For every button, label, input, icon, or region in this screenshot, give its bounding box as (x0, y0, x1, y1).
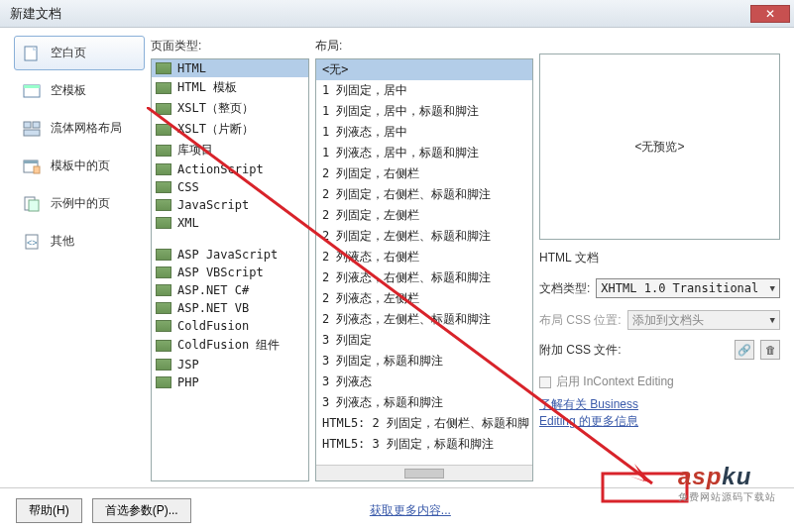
chevron-down-icon: ▼ (770, 283, 775, 293)
pagetype-item[interactable]: ASP JavaScript (152, 246, 308, 264)
file-icon (156, 340, 171, 352)
layout-item[interactable]: 2 列液态，左侧栏 (316, 288, 532, 309)
pagetype-item[interactable]: ColdFusion (152, 317, 308, 335)
layout-item[interactable]: 2 列液态，左侧栏、标题和脚注 (316, 309, 532, 330)
layout-item[interactable]: 3 列固定 (316, 330, 532, 351)
svg-rect-4 (33, 122, 40, 128)
layout-item[interactable]: 3 列液态 (316, 372, 532, 392)
sidebar-item-page-from-sample[interactable]: 示例中的页 (14, 186, 145, 221)
layout-header: 布局: (315, 36, 533, 58)
pagetype-item[interactable]: PHP (152, 373, 308, 391)
svg-rect-8 (34, 166, 40, 173)
file-icon (156, 249, 171, 261)
layout-item[interactable]: 2 列液态，右侧栏 (316, 247, 532, 267)
preview-description: HTML 文档 (539, 250, 780, 266)
file-icon (156, 266, 171, 278)
layout-item[interactable]: 1 列液态，居中，标题和脚注 (316, 143, 532, 163)
fluid-grid-icon (23, 121, 41, 137)
layout-item[interactable]: 2 列固定，右侧栏 (316, 163, 532, 184)
csspos-dropdown: 添加到文档头 ▼ (627, 310, 780, 330)
page-from-template-icon (23, 159, 41, 174)
sidebar-item-page-from-template[interactable]: 模板中的页 (14, 149, 145, 183)
blank-page-icon (23, 46, 41, 61)
file-icon (156, 62, 171, 74)
svg-rect-7 (24, 160, 38, 163)
file-icon (156, 284, 171, 296)
svg-rect-3 (24, 122, 31, 128)
attach-css-link-button[interactable]: 🔗 (735, 340, 754, 360)
attach-css-remove-button[interactable]: 🗑 (760, 340, 780, 360)
incontext-label: 启用 InContext Editing (556, 373, 674, 390)
file-icon (156, 302, 171, 314)
pagetype-item[interactable]: ASP.NET VB (152, 299, 308, 317)
sidebar-item-label: 空模板 (51, 82, 86, 99)
pagetype-item[interactable]: HTML (152, 59, 308, 77)
link-icon: 🔗 (737, 344, 751, 357)
pagetype-item[interactable]: ColdFusion 组件 (152, 335, 308, 356)
doctype-dropdown[interactable]: XHTML 1.0 Transitional ▼ (596, 278, 780, 298)
layout-item[interactable]: HTML5: 3 列固定，标题和脚注 (316, 434, 532, 455)
pagetype-item[interactable]: HTML 模板 (152, 77, 308, 98)
pagetype-item[interactable]: JSP (152, 356, 308, 373)
blank-template-icon (23, 83, 41, 99)
pagetype-item[interactable]: ActionScript (152, 160, 308, 178)
doctype-label: 文档类型: (539, 280, 590, 297)
file-icon (156, 359, 171, 371)
layout-listbox[interactable]: <无> 1 列固定，居中 1 列固定，居中，标题和脚注 1 列液态，居中 1 列… (315, 58, 533, 481)
incontext-row: 启用 InContext Editing (539, 373, 780, 390)
incontext-link[interactable]: 了解有关 Business Editing 的更多信息 (539, 396, 780, 430)
file-icon (156, 124, 171, 136)
svg-text:<>: <> (27, 238, 38, 248)
window-title: 新建文档 (10, 5, 61, 23)
pagetype-column: 页面类型: HTML HTML 模板 XSLT（整页） XSLT（片断） 库项目… (151, 36, 309, 481)
more-content-link[interactable]: 获取更多内容... (370, 502, 451, 519)
horizontal-scrollbar[interactable] (316, 465, 532, 480)
prefs-button[interactable]: 首选参数(P)... (92, 498, 191, 523)
layout-item[interactable]: 2 列固定，左侧栏、标题和脚注 (316, 226, 532, 247)
pagetype-item[interactable]: ASP.NET C# (152, 281, 308, 299)
pagetype-item[interactable]: CSS (152, 178, 308, 196)
preview-placeholder: <无预览> (634, 139, 684, 156)
file-icon (156, 145, 171, 157)
sidebar-item-label: 示例中的页 (51, 195, 110, 212)
layout-item[interactable]: <无> (316, 59, 532, 80)
file-icon (156, 199, 171, 211)
watermark: aspku 免费网站源码下载站 (678, 463, 776, 504)
main-area: 空白页 空模板 流体网格布局 模板中的页 示例中的页 (0, 28, 794, 481)
sidebar: 空白页 空模板 流体网格布局 模板中的页 示例中的页 (14, 36, 145, 481)
layout-item[interactable]: 1 列固定，居中 (316, 80, 532, 101)
sidebar-item-fluid-grid[interactable]: 流体网格布局 (14, 111, 145, 146)
pagetype-item[interactable]: 库项目 (152, 140, 308, 160)
file-icon (156, 82, 171, 94)
file-icon (156, 217, 171, 229)
file-icon (156, 320, 171, 332)
layout-item[interactable]: 3 列液态，标题和脚注 (316, 392, 532, 413)
trash-icon: 🗑 (765, 344, 776, 356)
layout-item[interactable]: 1 列液态，居中 (316, 122, 532, 143)
sidebar-item-blank-template[interactable]: 空模板 (14, 73, 145, 108)
layout-item[interactable]: 2 列固定，右侧栏、标题和脚注 (316, 184, 532, 205)
pagetype-listbox[interactable]: HTML HTML 模板 XSLT（整页） XSLT（片断） 库项目 Actio… (151, 58, 309, 481)
sidebar-item-label: 其他 (51, 233, 74, 250)
attach-css-label: 附加 CSS 文件: (539, 342, 622, 359)
layout-item[interactable]: 2 列液态，右侧栏、标题和脚注 (316, 267, 532, 288)
incontext-checkbox[interactable] (539, 376, 551, 388)
close-button[interactable]: ✕ (750, 5, 790, 23)
layout-item[interactable]: HTML5: 2 列固定，右侧栏、标题和脚 (316, 413, 532, 434)
pagetype-item[interactable]: ASP VBScript (152, 264, 308, 281)
pagetype-item[interactable]: XSLT（整页） (152, 98, 308, 119)
layout-item[interactable]: 2 列固定，左侧栏 (316, 205, 532, 226)
help-button[interactable]: 帮助(H) (16, 498, 82, 523)
sidebar-item-blank-page[interactable]: 空白页 (14, 36, 145, 70)
layout-item[interactable]: 1 列固定，居中，标题和脚注 (316, 101, 532, 122)
pagetype-item[interactable]: JavaScript (152, 196, 308, 214)
pagetype-item[interactable]: XSLT（片断） (152, 119, 308, 140)
doctype-row: 文档类型: XHTML 1.0 Transitional ▼ (539, 278, 780, 298)
pagetype-item[interactable]: XML (152, 214, 308, 232)
sidebar-item-other[interactable]: <> 其他 (14, 224, 145, 259)
svg-rect-10 (29, 200, 39, 211)
layout-item[interactable]: 3 列固定，标题和脚注 (316, 351, 532, 372)
csspos-row: 布局 CSS 位置: 添加到文档头 ▼ (539, 310, 780, 330)
file-icon (156, 376, 171, 388)
file-icon (156, 163, 171, 175)
